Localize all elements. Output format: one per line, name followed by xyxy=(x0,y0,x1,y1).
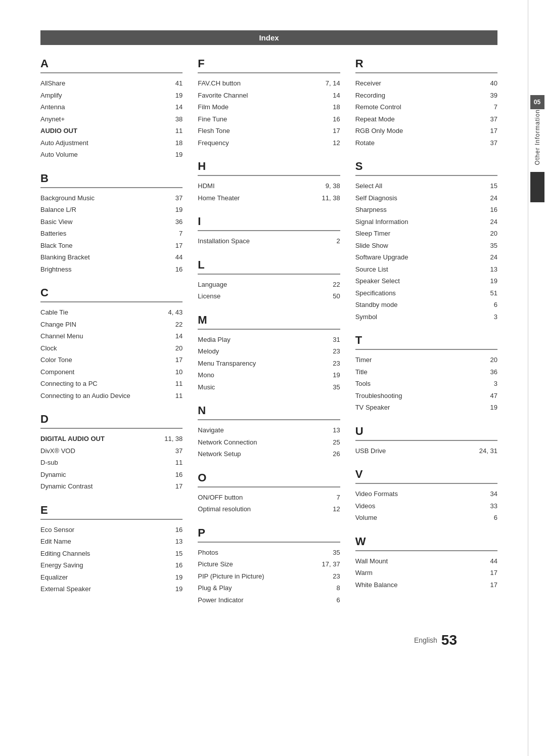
entry-page: 11 xyxy=(175,458,183,468)
entry-page: 22 xyxy=(175,320,183,330)
entry-page: 31 xyxy=(333,335,340,345)
entry-page: 14 xyxy=(175,331,183,341)
index-entry: Wall Mount44 xyxy=(355,555,497,567)
index-entry: Volume6 xyxy=(355,512,497,524)
entry-page: 47 xyxy=(490,391,497,401)
index-entry: DIGITAL AUDIO OUT11, 38 xyxy=(40,433,183,445)
index-entry: Title36 xyxy=(355,366,497,378)
entry-name: License xyxy=(198,291,220,301)
entry-name: Menu Transparency xyxy=(198,359,256,369)
entry-page: 19 xyxy=(175,150,183,160)
section-a: AAllShare41Amplify19Antenna14Anynet+38AU… xyxy=(40,57,183,161)
entry-name: Plug & Play xyxy=(198,583,232,593)
index-entry: Antenna14 xyxy=(40,101,183,113)
entry-name: Photos xyxy=(198,548,218,558)
entry-name: Dynamic xyxy=(40,470,66,480)
entry-name: AllShare xyxy=(40,78,65,88)
index-entry: TV Speaker19 xyxy=(355,402,497,414)
entry-page: 19 xyxy=(175,572,183,583)
entry-name: Editing Channels xyxy=(40,549,90,559)
entry-name: Network Connection xyxy=(198,437,257,448)
entry-name: Volume xyxy=(355,513,377,523)
section-letter-a: A xyxy=(40,57,183,73)
index-entry: Brightness16 xyxy=(40,263,183,276)
entry-name: Energy Saving xyxy=(40,560,83,570)
index-entry: Receiver40 xyxy=(355,77,497,90)
side-tab-label: Other Information xyxy=(534,109,541,165)
entry-name: Change PIN xyxy=(40,320,76,330)
entry-name: Signal Information xyxy=(355,217,408,227)
entry-name: Symbol xyxy=(355,312,377,322)
entry-name: Batteries xyxy=(40,229,66,239)
section-e: EEco Sensor16Edit Name13Editing Channels… xyxy=(40,504,183,595)
entry-name: Speaker Select xyxy=(355,276,400,286)
section-m: MMedia Play31Melody23Menu Transparency23… xyxy=(198,314,340,393)
entry-page: 51 xyxy=(490,288,497,298)
index-entry: Edit Name13 xyxy=(40,536,183,548)
section-f: FFAV.CH button7, 14Favorite Channel14Fil… xyxy=(198,57,340,149)
entry-name: Auto Adjustment xyxy=(40,138,88,148)
index-entry: Fine Tune16 xyxy=(198,113,340,125)
section-b: BBackground Music37Balance L/R19Basic Vi… xyxy=(40,172,183,276)
index-entry: Media Play31 xyxy=(198,334,340,346)
entry-name: Repeat Mode xyxy=(355,114,395,124)
index-entry: Batteries7 xyxy=(40,228,183,240)
index-entry: Connecting to a PC11 xyxy=(40,378,183,390)
entry-name: Network Setup xyxy=(198,449,241,459)
index-entry: Black Tone17 xyxy=(40,240,183,252)
entry-name: ON/OFF button xyxy=(198,493,243,503)
entry-page: 36 xyxy=(175,217,183,227)
entry-page: 10 xyxy=(175,367,183,377)
section-r: RReceiver40Recording39Remote Control7Rep… xyxy=(355,57,497,149)
index-entry: Energy Saving16 xyxy=(40,559,183,571)
section-letter-u: U xyxy=(355,425,497,441)
index-entry: Tools3 xyxy=(355,378,497,390)
entry-page: 13 xyxy=(175,537,183,547)
index-entry: Channel Menu14 xyxy=(40,330,183,342)
entry-page: 20 xyxy=(175,343,183,353)
entry-name: Video Formats xyxy=(355,489,398,499)
entry-name: Channel Menu xyxy=(40,331,83,341)
entry-name: Fine Tune xyxy=(198,114,227,124)
entry-name: Melody xyxy=(198,346,219,357)
index-entry: Component10 xyxy=(40,366,183,378)
section-letter-e: E xyxy=(40,504,183,520)
index-entry: Optimal resolution12 xyxy=(198,503,340,515)
index-entry: Installation Space2 xyxy=(198,235,340,247)
section-n: NNavigate13Network Connection25Network S… xyxy=(198,404,340,460)
entry-page: 11 xyxy=(175,126,183,136)
section-u: UUSB Drive24, 31 xyxy=(355,425,497,457)
entry-page: 8 xyxy=(336,583,340,593)
entry-name: Navigate xyxy=(198,425,223,435)
entry-page: 40 xyxy=(490,78,497,88)
entry-name: Warm xyxy=(355,568,373,578)
side-tab-number: 05 xyxy=(530,95,544,109)
entry-name: RGB Only Mode xyxy=(355,126,403,136)
side-black-bar xyxy=(530,172,544,202)
entry-name: Sharpness xyxy=(355,205,387,215)
index-entry: Balance L/R19 xyxy=(40,204,183,216)
entry-page: 17 xyxy=(490,126,497,136)
entry-name: Mono xyxy=(198,370,214,380)
entry-page: 6 xyxy=(336,595,340,605)
index-entry: Videos33 xyxy=(355,500,497,512)
section-i: IInstallation Space2 xyxy=(198,215,340,247)
entry-page: 34 xyxy=(490,489,497,499)
index-entry: Clock20 xyxy=(40,342,183,354)
section-letter-d: D xyxy=(40,413,183,429)
index-entry: Home Theater11, 38 xyxy=(198,192,340,204)
index-entry: Network Connection25 xyxy=(198,436,340,449)
entry-name: White Balance xyxy=(355,580,398,590)
entry-name: Self Diagnosis xyxy=(355,193,397,203)
section-t: TTimer20Title36Tools3Troubleshooting47TV… xyxy=(355,334,497,414)
index-entry: Slide Show35 xyxy=(355,240,497,252)
entry-name: Remote Control xyxy=(355,102,401,112)
section-letter-r: R xyxy=(355,57,497,73)
entry-page: 16 xyxy=(490,205,497,215)
entry-page: 16 xyxy=(333,114,340,124)
entry-page: 44 xyxy=(490,556,497,566)
index-entry: RGB Only Mode17 xyxy=(355,125,497,137)
entry-name: Source List xyxy=(355,264,388,275)
entry-page: 12 xyxy=(333,504,340,514)
entry-page: 39 xyxy=(490,91,497,101)
